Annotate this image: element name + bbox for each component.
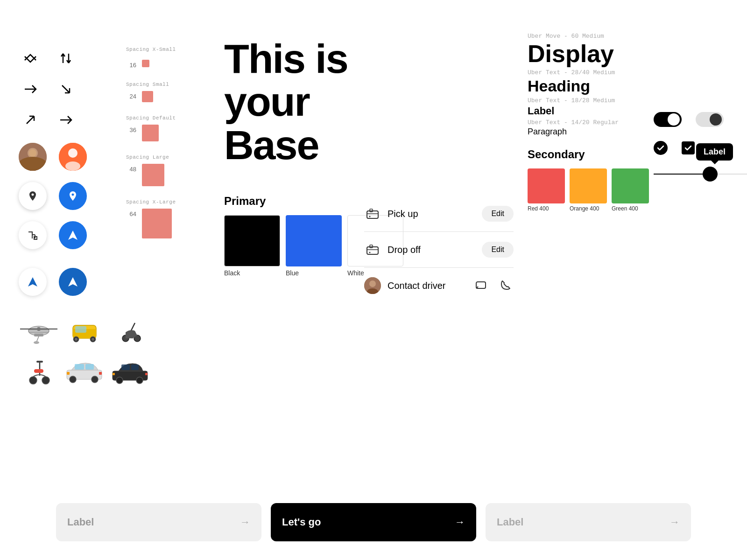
hero-text: This is your Base bbox=[224, 37, 355, 167]
spacing-value-24: 24 bbox=[126, 91, 136, 100]
swatch-orange: Orange 400 bbox=[570, 168, 607, 212]
spacing-panel: Spacing X-Small 16 Spacing Small 24 Spac… bbox=[121, 19, 215, 541]
heading-text: Heading bbox=[528, 77, 644, 95]
toggle-row bbox=[654, 112, 747, 127]
checkbox-circle-checked[interactable] bbox=[654, 141, 668, 155]
display-text: Display bbox=[528, 41, 644, 67]
spacing-row-64: 64 bbox=[126, 209, 215, 238]
spacing-block-64 bbox=[142, 209, 172, 238]
spacing-row-24: 24 bbox=[126, 91, 215, 102]
spacing-value-36: 36 bbox=[126, 125, 136, 133]
typography-panel: Uber Move - 60 Medium Display Uber Text … bbox=[514, 19, 644, 541]
svg-rect-45 bbox=[113, 373, 115, 375]
paragraph-text: Paragraph bbox=[528, 127, 644, 137]
dropoff-edit-button[interactable]: Edit bbox=[482, 242, 514, 258]
secondary-colors-title: Secondary bbox=[528, 148, 644, 161]
slider-thumb[interactable] bbox=[703, 167, 718, 182]
arrow-right-2-icon bbox=[54, 108, 78, 132]
button-lets-go-text: Let's go bbox=[282, 516, 321, 528]
spacing-row-16: 16 bbox=[126, 60, 215, 69]
nav-icon-blue bbox=[59, 221, 87, 249]
trip-rows: Pick up Edit Drop off Edit bbox=[364, 196, 514, 303]
vehicle-electric-scooter bbox=[19, 355, 58, 387]
typography-label: Uber Text - 18/28 Medium Label bbox=[528, 97, 644, 117]
button-label-left-arrow: → bbox=[240, 516, 250, 528]
map-pin-blue bbox=[59, 182, 87, 210]
avatar-photo bbox=[19, 143, 47, 171]
nav-arrow-white bbox=[19, 268, 47, 296]
spacing-block-16 bbox=[142, 60, 149, 67]
svg-point-0 bbox=[19, 143, 47, 171]
arrow-diagonal-up-icon bbox=[19, 108, 42, 132]
button-label-right[interactable]: Label → bbox=[486, 503, 691, 541]
paragraph-meta: Uber Text - 14/20 Regular bbox=[528, 119, 644, 126]
svg-point-22 bbox=[92, 338, 94, 341]
toggle-off[interactable] bbox=[696, 112, 724, 127]
contact-avatar bbox=[364, 277, 381, 294]
button-label-left-text: Label bbox=[67, 516, 94, 528]
spacing-small-label: Spacing Small bbox=[126, 82, 215, 87]
swatch-box-blue bbox=[286, 215, 342, 266]
swatch-green: Green 400 bbox=[612, 168, 649, 212]
svg-point-54 bbox=[369, 252, 371, 253]
pickup-icon bbox=[364, 205, 381, 222]
svg-point-56 bbox=[369, 280, 376, 287]
button-label-left[interactable]: Label → bbox=[56, 503, 261, 541]
controls-panel: Label bbox=[644, 19, 747, 541]
svg-point-5 bbox=[68, 148, 78, 158]
spacing-block-48 bbox=[142, 164, 164, 186]
button-lets-go[interactable]: Let's go → bbox=[271, 503, 476, 541]
dropoff-row: Drop off Edit bbox=[364, 232, 514, 268]
svg-rect-18 bbox=[75, 326, 86, 333]
svg-point-37 bbox=[92, 376, 98, 383]
svg-point-31 bbox=[29, 377, 37, 384]
spacing-value-64: 64 bbox=[126, 209, 136, 217]
swatch-box-green bbox=[612, 168, 649, 203]
slider-track bbox=[654, 174, 747, 175]
spacing-default-label: Spacing Default bbox=[126, 115, 215, 121]
svg-rect-29 bbox=[36, 361, 43, 363]
display-meta: Uber Move - 60 Medium bbox=[528, 33, 644, 40]
svg-point-15 bbox=[34, 341, 39, 344]
swatch-black: Black bbox=[224, 215, 280, 277]
svg-point-3 bbox=[29, 149, 36, 157]
typography-display: Uber Move - 60 Medium Display bbox=[528, 33, 644, 67]
toggle-on[interactable] bbox=[654, 112, 682, 127]
swatch-label-black: Black bbox=[224, 269, 280, 277]
svg-rect-30 bbox=[34, 369, 43, 373]
swatch-label-green: Green 400 bbox=[612, 205, 649, 212]
svg-point-32 bbox=[42, 377, 49, 384]
nav-grid bbox=[19, 221, 121, 249]
typography-heading: Uber Text - 28/40 Medium Heading bbox=[528, 69, 644, 95]
svg-rect-35 bbox=[85, 364, 94, 370]
svg-rect-13 bbox=[34, 334, 43, 336]
spacing-row-36: 36 bbox=[126, 125, 215, 141]
vehicles-grid bbox=[19, 315, 121, 387]
phone-icon[interactable] bbox=[497, 277, 514, 294]
message-icon[interactable] bbox=[472, 277, 489, 294]
arrow-icons-grid bbox=[19, 47, 121, 132]
svg-point-36 bbox=[70, 376, 76, 383]
swatch-box-red bbox=[528, 168, 565, 203]
button-label-right-arrow: → bbox=[669, 516, 680, 528]
pickup-edit-button[interactable]: Edit bbox=[482, 206, 514, 222]
button-label-right-text: Label bbox=[497, 516, 523, 528]
spacing-large-label: Spacing Large bbox=[126, 154, 215, 160]
arrow-split-icon bbox=[19, 47, 42, 70]
typography-paragraph: Uber Text - 14/20 Regular Paragraph bbox=[528, 119, 644, 137]
svg-point-2 bbox=[24, 161, 41, 171]
map-pin-white bbox=[19, 182, 47, 210]
heading-meta: Uber Text - 28/40 Medium bbox=[528, 69, 644, 76]
contact-icons bbox=[472, 277, 514, 294]
nav-arrow-grid bbox=[19, 268, 121, 296]
spacing-block-36 bbox=[142, 125, 159, 141]
secondary-color-swatches: Red 400 Orange 400 Green 400 bbox=[528, 168, 644, 212]
swatch-label-blue: Blue bbox=[286, 269, 342, 277]
spacing-block-24 bbox=[142, 91, 153, 102]
slider-track-filled bbox=[654, 174, 710, 175]
map-pin-grid bbox=[19, 182, 121, 210]
hero-panel: This is your Base Primary Black Blue Whi… bbox=[215, 19, 355, 541]
checkbox-square-checked[interactable] bbox=[682, 141, 695, 154]
contact-label: Contact driver bbox=[388, 280, 466, 291]
avatar-grid bbox=[19, 143, 121, 171]
